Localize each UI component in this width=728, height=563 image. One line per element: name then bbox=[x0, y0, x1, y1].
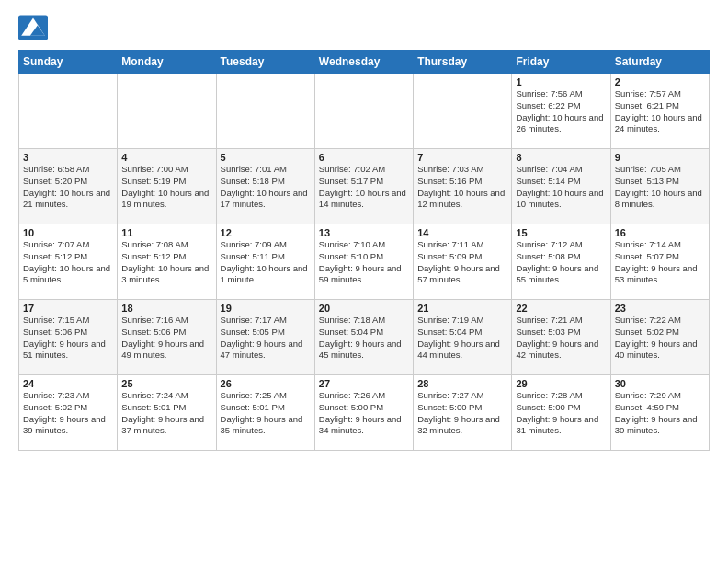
calendar-cell: 19Sunrise: 7:17 AM Sunset: 5:05 PM Dayli… bbox=[216, 300, 314, 375]
page: SundayMondayTuesdayWednesdayThursdayFrid… bbox=[0, 0, 728, 563]
calendar-cell: 4Sunrise: 7:00 AM Sunset: 5:19 PM Daylig… bbox=[118, 149, 216, 224]
calendar-week-row: 10Sunrise: 7:07 AM Sunset: 5:12 PM Dayli… bbox=[19, 224, 710, 300]
day-number: 11 bbox=[121, 227, 211, 238]
calendar-week-row: 3Sunrise: 6:58 AM Sunset: 5:20 PM Daylig… bbox=[19, 149, 710, 224]
calendar-header-row: SundayMondayTuesdayWednesdayThursdayFrid… bbox=[19, 51, 710, 74]
calendar-cell: 11Sunrise: 7:08 AM Sunset: 5:12 PM Dayli… bbox=[118, 224, 216, 300]
day-info: Sunrise: 7:04 AM Sunset: 5:14 PM Dayligh… bbox=[516, 164, 606, 211]
calendar-cell: 6Sunrise: 7:02 AM Sunset: 5:17 PM Daylig… bbox=[314, 149, 413, 224]
calendar-cell: 8Sunrise: 7:04 AM Sunset: 5:14 PM Daylig… bbox=[512, 149, 610, 224]
day-info: Sunrise: 7:08 AM Sunset: 5:12 PM Dayligh… bbox=[121, 239, 211, 286]
day-info: Sunrise: 7:05 AM Sunset: 5:13 PM Dayligh… bbox=[615, 164, 705, 211]
day-number: 24 bbox=[23, 378, 113, 389]
logo-icon bbox=[18, 15, 48, 40]
day-info: Sunrise: 7:56 AM Sunset: 6:22 PM Dayligh… bbox=[516, 88, 606, 135]
calendar-cell: 23Sunrise: 7:22 AM Sunset: 5:02 PM Dayli… bbox=[610, 300, 709, 375]
day-info: Sunrise: 7:12 AM Sunset: 5:08 PM Dayligh… bbox=[516, 239, 606, 286]
day-number: 7 bbox=[417, 152, 507, 163]
day-number: 14 bbox=[417, 227, 507, 238]
day-number: 27 bbox=[319, 378, 409, 389]
day-number: 8 bbox=[516, 152, 606, 163]
calendar-cell: 14Sunrise: 7:11 AM Sunset: 5:09 PM Dayli… bbox=[414, 224, 512, 300]
day-info: Sunrise: 7:00 AM Sunset: 5:19 PM Dayligh… bbox=[121, 164, 211, 211]
day-info: Sunrise: 7:23 AM Sunset: 5:02 PM Dayligh… bbox=[23, 390, 113, 437]
calendar-cell: 9Sunrise: 7:05 AM Sunset: 5:13 PM Daylig… bbox=[610, 149, 709, 224]
day-info: Sunrise: 7:14 AM Sunset: 5:07 PM Dayligh… bbox=[615, 239, 705, 286]
day-number: 23 bbox=[615, 303, 705, 314]
day-info: Sunrise: 7:10 AM Sunset: 5:10 PM Dayligh… bbox=[319, 239, 409, 286]
calendar-cell bbox=[216, 74, 314, 149]
calendar-cell: 15Sunrise: 7:12 AM Sunset: 5:08 PM Dayli… bbox=[512, 224, 610, 300]
day-number: 17 bbox=[23, 303, 113, 314]
calendar-cell: 26Sunrise: 7:25 AM Sunset: 5:01 PM Dayli… bbox=[216, 375, 314, 451]
day-number: 4 bbox=[121, 152, 211, 163]
day-number: 29 bbox=[516, 378, 606, 389]
day-info: Sunrise: 7:25 AM Sunset: 5:01 PM Dayligh… bbox=[221, 390, 311, 437]
day-info: Sunrise: 7:17 AM Sunset: 5:05 PM Dayligh… bbox=[221, 315, 311, 362]
day-number: 16 bbox=[615, 227, 705, 238]
calendar-table: SundayMondayTuesdayWednesdayThursdayFrid… bbox=[18, 50, 710, 451]
weekday-header: Wednesday bbox=[314, 51, 413, 74]
calendar-cell: 21Sunrise: 7:19 AM Sunset: 5:04 PM Dayli… bbox=[414, 300, 512, 375]
calendar-cell: 28Sunrise: 7:27 AM Sunset: 5:00 PM Dayli… bbox=[414, 375, 512, 451]
weekday-header: Monday bbox=[118, 51, 216, 74]
day-info: Sunrise: 7:02 AM Sunset: 5:17 PM Dayligh… bbox=[319, 164, 409, 211]
day-number: 5 bbox=[221, 152, 311, 163]
day-number: 12 bbox=[221, 227, 311, 238]
day-number: 21 bbox=[417, 303, 507, 314]
day-info: Sunrise: 7:15 AM Sunset: 5:06 PM Dayligh… bbox=[23, 315, 113, 362]
calendar-cell: 10Sunrise: 7:07 AM Sunset: 5:12 PM Dayli… bbox=[19, 224, 118, 300]
day-info: Sunrise: 7:27 AM Sunset: 5:00 PM Dayligh… bbox=[417, 390, 507, 437]
weekday-header: Sunday bbox=[19, 51, 118, 74]
calendar-cell: 2Sunrise: 7:57 AM Sunset: 6:21 PM Daylig… bbox=[610, 74, 709, 149]
day-info: Sunrise: 7:18 AM Sunset: 5:04 PM Dayligh… bbox=[319, 315, 409, 362]
calendar-cell: 22Sunrise: 7:21 AM Sunset: 5:03 PM Dayli… bbox=[512, 300, 610, 375]
calendar-cell: 1Sunrise: 7:56 AM Sunset: 6:22 PM Daylig… bbox=[512, 74, 610, 149]
day-number: 30 bbox=[615, 378, 705, 389]
calendar-cell: 3Sunrise: 6:58 AM Sunset: 5:20 PM Daylig… bbox=[19, 149, 118, 224]
calendar-cell: 30Sunrise: 7:29 AM Sunset: 4:59 PM Dayli… bbox=[610, 375, 709, 451]
weekday-header: Saturday bbox=[610, 51, 709, 74]
day-number: 13 bbox=[319, 227, 409, 238]
day-info: Sunrise: 7:07 AM Sunset: 5:12 PM Dayligh… bbox=[23, 239, 113, 286]
day-number: 20 bbox=[319, 303, 409, 314]
calendar-cell: 27Sunrise: 7:26 AM Sunset: 5:00 PM Dayli… bbox=[314, 375, 413, 451]
day-number: 19 bbox=[221, 303, 311, 314]
calendar-cell bbox=[414, 74, 512, 149]
day-number: 25 bbox=[121, 378, 211, 389]
calendar-week-row: 1Sunrise: 7:56 AM Sunset: 6:22 PM Daylig… bbox=[19, 74, 710, 149]
calendar-cell: 29Sunrise: 7:28 AM Sunset: 5:00 PM Dayli… bbox=[512, 375, 610, 451]
calendar-cell: 12Sunrise: 7:09 AM Sunset: 5:11 PM Dayli… bbox=[216, 224, 314, 300]
day-info: Sunrise: 7:24 AM Sunset: 5:01 PM Dayligh… bbox=[121, 390, 211, 437]
calendar-week-row: 17Sunrise: 7:15 AM Sunset: 5:06 PM Dayli… bbox=[19, 300, 710, 375]
day-number: 3 bbox=[23, 152, 113, 163]
weekday-header: Tuesday bbox=[216, 51, 314, 74]
day-info: Sunrise: 7:28 AM Sunset: 5:00 PM Dayligh… bbox=[516, 390, 606, 437]
calendar-cell: 13Sunrise: 7:10 AM Sunset: 5:10 PM Dayli… bbox=[314, 224, 413, 300]
day-number: 10 bbox=[23, 227, 113, 238]
day-info: Sunrise: 7:26 AM Sunset: 5:00 PM Dayligh… bbox=[319, 390, 409, 437]
calendar-cell: 16Sunrise: 7:14 AM Sunset: 5:07 PM Dayli… bbox=[610, 224, 709, 300]
day-number: 22 bbox=[516, 303, 606, 314]
weekday-header: Friday bbox=[512, 51, 610, 74]
calendar-cell: 18Sunrise: 7:16 AM Sunset: 5:06 PM Dayli… bbox=[118, 300, 216, 375]
calendar-cell: 7Sunrise: 7:03 AM Sunset: 5:16 PM Daylig… bbox=[414, 149, 512, 224]
logo bbox=[18, 15, 51, 40]
day-number: 28 bbox=[417, 378, 507, 389]
day-info: Sunrise: 6:58 AM Sunset: 5:20 PM Dayligh… bbox=[23, 164, 113, 211]
day-info: Sunrise: 7:09 AM Sunset: 5:11 PM Dayligh… bbox=[221, 239, 311, 286]
day-number: 2 bbox=[615, 76, 705, 87]
day-number: 9 bbox=[615, 152, 705, 163]
weekday-header: Thursday bbox=[414, 51, 512, 74]
day-info: Sunrise: 7:22 AM Sunset: 5:02 PM Dayligh… bbox=[615, 315, 705, 362]
calendar-cell bbox=[314, 74, 413, 149]
calendar-cell: 24Sunrise: 7:23 AM Sunset: 5:02 PM Dayli… bbox=[19, 375, 118, 451]
calendar-cell bbox=[19, 74, 118, 149]
day-info: Sunrise: 7:16 AM Sunset: 5:06 PM Dayligh… bbox=[121, 315, 211, 362]
day-number: 18 bbox=[121, 303, 211, 314]
day-number: 15 bbox=[516, 227, 606, 238]
day-info: Sunrise: 7:21 AM Sunset: 5:03 PM Dayligh… bbox=[516, 315, 606, 362]
calendar-cell bbox=[118, 74, 216, 149]
day-info: Sunrise: 7:11 AM Sunset: 5:09 PM Dayligh… bbox=[417, 239, 507, 286]
day-info: Sunrise: 7:01 AM Sunset: 5:18 PM Dayligh… bbox=[221, 164, 311, 211]
